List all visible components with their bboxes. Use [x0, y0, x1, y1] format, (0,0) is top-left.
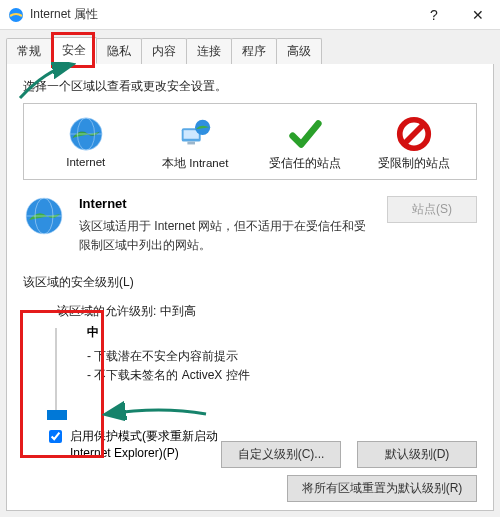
tab-content[interactable]: 内容	[141, 38, 187, 64]
svg-line-10	[404, 124, 425, 145]
custom-level-button[interactable]: 自定义级别(C)...	[221, 441, 341, 468]
sites-button: 站点(S)	[387, 196, 477, 223]
zone-internet[interactable]: Internet	[32, 114, 140, 171]
tab-programs[interactable]: 程序	[231, 38, 277, 64]
ie-icon	[8, 7, 24, 23]
zone-restricted[interactable]: 受限制的站点	[361, 114, 469, 171]
protected-mode-checkbox[interactable]	[49, 430, 62, 443]
level-bullet: 不下载未签名的 ActiveX 控件	[87, 366, 250, 385]
allowed-levels-label: 该区域的允许级别: 中到高	[57, 303, 469, 320]
zone-detail-desc: 该区域适用于 Internet 网站，但不适用于在受信任和受限制区域中列出的网站…	[79, 217, 373, 254]
zone-label: Internet	[32, 156, 140, 168]
globe-icon	[23, 196, 65, 236]
tab-security[interactable]: 安全	[51, 37, 97, 64]
tab-connections[interactable]: 连接	[186, 38, 232, 64]
tab-advanced[interactable]: 高级	[276, 38, 322, 64]
window-title: Internet 属性	[30, 6, 412, 23]
level-bullet: 下载潜在不安全内容前提示	[87, 347, 250, 366]
checkmark-icon	[251, 114, 359, 154]
security-panel: 选择一个区域以查看或更改安全设置。 Internet	[6, 63, 494, 511]
tab-general[interactable]: 常规	[6, 38, 52, 64]
tab-strip: 常规 安全 隐私 内容 连接 程序 高级	[0, 30, 500, 64]
forbid-icon	[361, 114, 469, 154]
zone-trusted[interactable]: 受信任的站点	[251, 114, 359, 171]
zones-list: Internet 本地 Intranet 受信任的站点	[23, 103, 477, 180]
computer-globe-icon	[142, 114, 250, 154]
zone-detail-title: Internet	[79, 196, 373, 211]
help-button[interactable]: ?	[412, 0, 456, 30]
zone-intranet[interactable]: 本地 Intranet	[142, 114, 250, 171]
tab-privacy[interactable]: 隐私	[96, 38, 142, 64]
reset-all-zones-button[interactable]: 将所有区域重置为默认级别(R)	[287, 475, 477, 502]
zone-description: Internet 该区域适用于 Internet 网站，但不适用于在受信任和受限…	[23, 196, 477, 254]
level-name: 中	[87, 324, 250, 341]
zone-label: 受限制的站点	[361, 156, 469, 171]
select-zone-label: 选择一个区域以查看或更改安全设置。	[23, 78, 477, 95]
slider-track	[55, 328, 57, 420]
svg-rect-7	[188, 142, 196, 145]
protected-mode-label[interactable]: 启用保护模式(要求重新启动 Internet Explorer)(P)	[70, 428, 239, 462]
default-level-button[interactable]: 默认级别(D)	[357, 441, 477, 468]
titlebar: Internet 属性 ? ✕	[0, 0, 500, 30]
security-level-label: 该区域的安全级别(L)	[23, 274, 477, 291]
slider-thumb[interactable]	[47, 410, 67, 420]
zone-label: 受信任的站点	[251, 156, 359, 171]
security-level-slider[interactable]	[45, 324, 67, 424]
zone-label: 本地 Intranet	[142, 156, 250, 171]
globe-icon	[32, 114, 140, 154]
close-button[interactable]: ✕	[456, 0, 500, 30]
